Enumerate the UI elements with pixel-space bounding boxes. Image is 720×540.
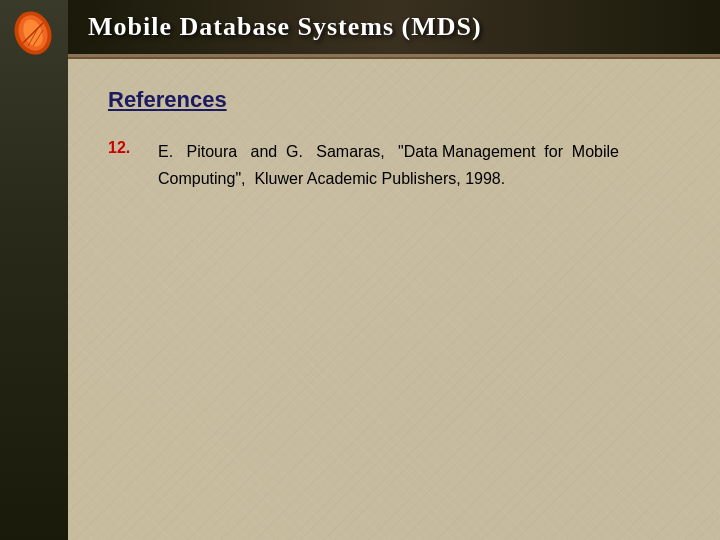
content-body: References 12. E. Pitoura and G. Samaras… — [68, 57, 720, 222]
header-bar: Mobile Database Systems (MDS) — [68, 0, 720, 57]
references-heading: References — [108, 87, 680, 113]
ref-number: 12. — [108, 138, 138, 157]
sidebar — [0, 0, 68, 540]
leaf-icon — [8, 8, 58, 58]
reference-item: 12. E. Pitoura and G. Samaras, "Data Man… — [108, 138, 680, 192]
main-content: Mobile Database Systems (MDS) References… — [68, 0, 720, 540]
page-title: Mobile Database Systems (MDS) — [88, 12, 482, 41]
ref-text: E. Pitoura and G. Samaras, "Data Managem… — [158, 138, 658, 192]
